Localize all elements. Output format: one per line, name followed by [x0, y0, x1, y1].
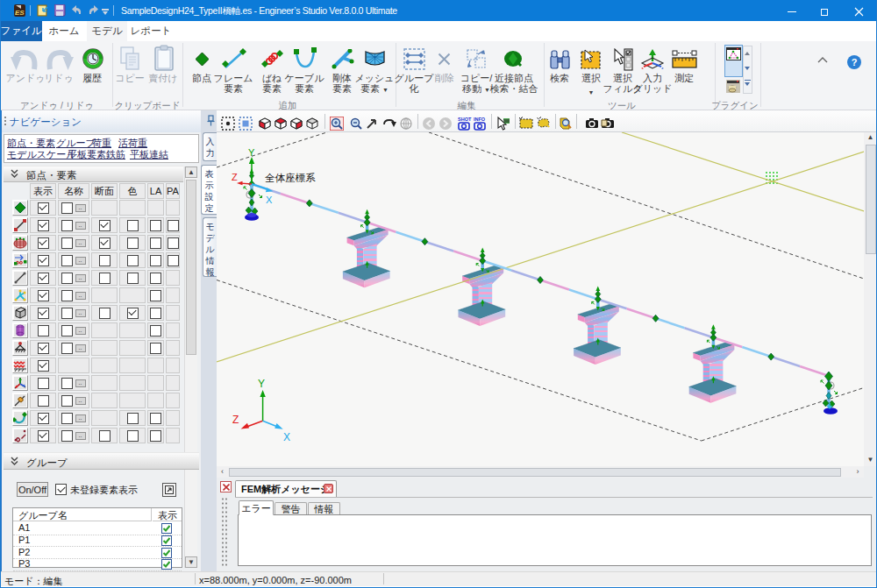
svg-text:Y: Y: [258, 378, 265, 390]
svg-text:全体座標系: 全体座標系: [265, 173, 316, 183]
svg-text:SHOT: SHOT: [458, 117, 472, 122]
svg-text:X: X: [266, 195, 273, 205]
svg-text:Z: Z: [232, 172, 238, 182]
svg-text:Y: Y: [248, 147, 255, 158]
svg-text:ES: ES: [15, 9, 25, 17]
svg-text:Z: Z: [232, 414, 239, 426]
svg-text:INFO: INFO: [474, 117, 486, 122]
svg-text:X: X: [283, 431, 290, 443]
